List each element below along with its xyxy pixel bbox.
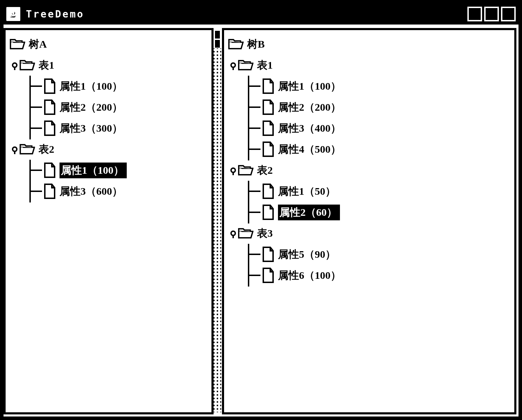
document-icon [262,121,274,136]
tree-node-label: 属性5（90） [278,247,336,262]
right-tree-panel: 树B表1属性1（100）属性2（200）属性3（400）属性4（500）表2属性… [222,28,516,414]
tree-node-label: 表2 [39,142,54,157]
tree-leaf-node[interactable]: 属性1（100） [29,76,207,97]
document-icon [43,99,56,115]
tree-node-label: 属性1（100） [60,163,127,178]
folder-open-icon [238,59,253,71]
expand-handle-icon[interactable] [10,62,20,68]
expand-handle-icon[interactable] [228,167,238,173]
tree-node-label: 属性2（60） [278,205,340,220]
document-icon [43,121,56,136]
splitter-grip-icon [214,48,221,412]
folder-open-icon [228,38,244,50]
tree-leaf-node[interactable]: 属性4（500） [248,139,510,160]
tree-leaf-node[interactable]: 属性2（200） [29,97,207,118]
tree-node-label: 表1 [257,58,273,73]
tree-folder-node[interactable]: 表2 [228,160,510,181]
document-icon [43,184,56,199]
tree-node-label: 属性1（100） [60,79,123,94]
folder-open-icon [238,227,253,239]
document-icon [262,247,274,262]
left-tree-panel: 树A表1属性1（100）属性2（200）属性3（300）表2属性1（100）属性… [4,28,214,414]
document-icon [262,268,274,283]
splitter-arrow-left-icon [215,31,220,39]
split-handle[interactable] [214,28,221,414]
document-icon [262,78,274,94]
tree-folder-node[interactable]: 表1 [228,55,510,76]
tree-node-label: 属性3（400） [278,121,341,136]
tree-node-label: 属性1（100） [278,79,341,94]
folder-open-icon [20,59,35,71]
folder-open-icon [20,143,35,155]
document-icon [262,99,274,115]
app-window: TreeDemo 树A表1属性1（100）属性2（200）属性3（300）表2属… [0,0,522,420]
tree-leaf-node[interactable]: 属性3（400） [248,118,510,139]
tree-node-label: 表2 [257,163,273,178]
window-title: TreeDemo [26,8,84,20]
tree-leaf-node[interactable]: 属性6（100） [248,265,510,286]
tree-node-label: 表1 [39,58,54,73]
tree-root-node[interactable]: 树A [10,34,207,55]
tree-root-node[interactable]: 树B [228,34,510,55]
tree-node-label: 属性2（200） [60,100,123,115]
tree-leaf-node[interactable]: 属性3（600） [29,181,207,202]
content-area: 树A表1属性1（100）属性2（200）属性3（300）表2属性1（100）属性… [4,25,518,416]
tree-node-label: 属性3（600） [60,184,123,199]
tree-leaf-node[interactable]: 属性1（50） [248,181,510,202]
close-button[interactable] [501,7,516,21]
expand-handle-icon[interactable] [10,146,20,152]
tree-node-label: 树B [247,37,265,51]
tree-leaf-node[interactable]: 属性1（100） [248,76,510,97]
tree-node-label: 属性1（50） [278,184,336,199]
folder-open-icon [10,38,25,50]
tree-node-label: 属性4（500） [278,142,341,157]
document-icon [262,184,274,199]
document-icon [43,163,56,178]
tree-a[interactable]: 树A表1属性1（100）属性2（200）属性3（300）表2属性1（100）属性… [10,34,207,202]
tree-folder-node[interactable]: 表1 [10,55,207,76]
document-icon [262,142,274,157]
folder-open-icon [238,164,253,176]
title-bar[interactable]: TreeDemo [4,4,518,25]
tree-node-label: 表3 [257,226,273,241]
minimize-button[interactable] [467,7,482,21]
tree-leaf-node[interactable]: 属性2（200） [248,97,510,118]
maximize-button[interactable] [484,7,499,21]
splitter-arrow-right-icon [215,40,220,48]
document-icon [262,205,274,220]
expand-handle-icon[interactable] [228,62,238,68]
document-icon [43,78,56,94]
tree-leaf-node[interactable]: 属性5（90） [248,244,510,265]
tree-b[interactable]: 树B表1属性1（100）属性2（200）属性3（400）属性4（500）表2属性… [228,34,510,286]
tree-folder-node[interactable]: 表3 [228,223,510,244]
tree-node-label: 属性6（100） [278,268,341,283]
tree-leaf-node[interactable]: 属性1（100） [29,160,207,181]
tree-node-label: 属性2（200） [278,100,341,115]
java-icon [6,7,20,21]
tree-node-label: 树A [29,37,47,51]
tree-leaf-node[interactable]: 属性2（60） [248,202,510,223]
tree-leaf-node[interactable]: 属性3（300） [29,118,207,139]
tree-folder-node[interactable]: 表2 [10,139,207,160]
tree-node-label: 属性3（300） [60,121,123,136]
expand-handle-icon[interactable] [228,230,238,236]
